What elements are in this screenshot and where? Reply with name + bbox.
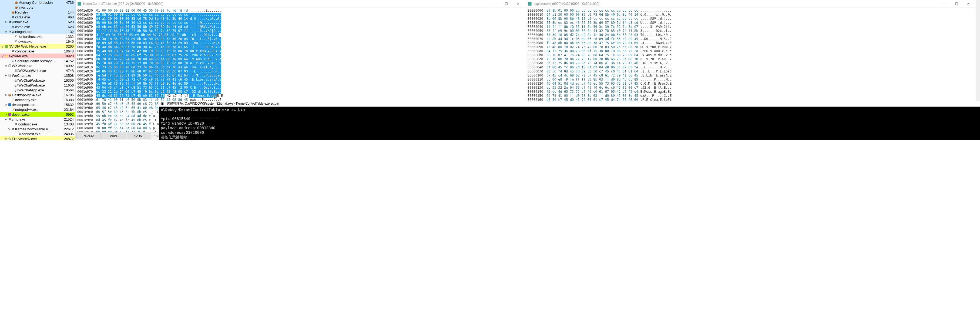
hex-line[interactable]: 0001e870 e8 eb ec 83 ec 40 53 56 8b d9 5… <box>77 25 524 29</box>
tree-row[interactable]: 💬WXWorkWeb.exe4748 <box>0 68 75 73</box>
hex-line[interactable]: 00000110 cc 00 e8 f9 fe ff ff 50 8b 03 f… <box>528 78 974 81</box>
expand-icon[interactable]: > <box>4 93 8 97</box>
hex-line[interactable]: 00000120 43 04 51 8d 4d ec c7 45 ec 55 7… <box>528 81 974 86</box>
tree-row[interactable]: v🟩NVIDIA Web Helper.exe3260 <box>0 44 75 49</box>
hex-line[interactable]: 000000b0 80 78 07 41 75 24 80 78 08 64 7… <box>528 53 974 57</box>
hex-line[interactable]: 000000c0 75 18 80 78 0a 72 75 12 80 78 0… <box>528 57 974 61</box>
tree-row[interactable]: 💬WeChatApp.exe18564 <box>0 88 75 93</box>
tree-row[interactable]: 📦Registry144 <box>0 10 75 14</box>
tree-row[interactable]: v💬WXWork.exe14992 <box>0 63 75 68</box>
hex-line[interactable]: 0001e880 ff ff ff 8b f0 33 ff 8b 56 3c 3… <box>77 29 524 33</box>
maximize-button[interactable]: ☐ <box>951 0 963 8</box>
tree-row[interactable]: >⧉wininit.exe620 <box>0 19 75 24</box>
process-tree[interactable]: 📦Memory Compression4736📦Interrupts📦Regis… <box>0 0 76 140</box>
tree-row[interactable]: ⧉conhost.exe13400 <box>0 121 75 126</box>
hex-line[interactable]: 00000090 75 48 80 78 02 74 75 42 80 78 0… <box>528 45 974 49</box>
hex-line[interactable]: 000000a0 04 72 75 36 80 78 05 6f 75 30 8… <box>528 49 974 53</box>
tree-row[interactable]: ⧉conhost.exe10648 <box>0 49 75 54</box>
hex-line[interactable]: 0001e830 01 00 00 00 00 02 00 00 45 00 0… <box>77 9 524 13</box>
expand-icon[interactable]: v <box>4 73 8 78</box>
expand-icon[interactable]: v <box>1 54 4 58</box>
hex-line[interactable]: 0001e8d0 75 48 80 78 02 74 75 42 80 78 0… <box>77 49 524 53</box>
hex-line[interactable]: 0001e8b0 ce 89 4d 30 1c 03 de c8 03 c6 8… <box>77 41 524 45</box>
tree-row[interactable]: >🟪devenv.exe5992 <box>0 112 75 117</box>
hex-line[interactable]: 00000030 55 8b ec 83 ec 40 53 56 8b d9 5… <box>528 21 974 25</box>
hex-line[interactable]: 00000000 e9 8b 01 00 00 cc cc cc cc cc c… <box>528 9 974 13</box>
tree-row[interactable]: 📦Interrupts <box>0 5 75 10</box>
hex-addr: 00000090 <box>528 45 546 49</box>
hex-line[interactable]: 00000010 64 a1 30 00 00 00 85 c0 78 0d 8… <box>528 13 974 17</box>
titlebar[interactable]: KernelControlTable.exe (22612) (0x800000… <box>76 0 526 8</box>
hex-line[interactable]: 00000080 f8 4a 8b 04 8b 03 c6 80 38 47 7… <box>528 41 974 45</box>
hex-line[interactable]: 00000050 33 ff e9 9c 00 00 00 8b 44 32 7… <box>528 29 974 33</box>
expand-icon[interactable]: v <box>8 127 11 131</box>
reread-button[interactable]: Re-read <box>76 133 100 139</box>
write-button[interactable]: Write <box>102 133 126 139</box>
expand-icon[interactable]: v <box>4 137 8 140</box>
tree-row[interactable]: 📝notepad++.exe23164 <box>0 107 75 112</box>
titlebar[interactable]: ▣ 选择管理员: C:\WINDOWS\system32\cmd.exe - K… <box>159 101 980 107</box>
hex-line[interactable]: 00000150 6f 78 41 00 ff d0 50 8b 03 ff d… <box>528 94 974 98</box>
tree-row[interactable]: ⧉conhost.exe24836 <box>0 131 75 136</box>
hex-line[interactable]: 0001e980 45 dc 4d 65 73 73 c7 45 e0 61 6… <box>77 94 524 98</box>
hex-line[interactable]: 0001e970 ec 33 32 2e 64 66 c7 45 f0 6c 6… <box>77 90 524 94</box>
tree-row[interactable]: 💬WeChatWeb.exe16300 <box>0 78 75 83</box>
hex-line[interactable]: 00000040 ff ff ff 8b f0 33 ff 8b 56 3c 3… <box>528 25 974 29</box>
hex-line[interactable]: 00000140 45 dc 4d 65 73 73 c7 45 e0 61 6… <box>528 90 974 94</box>
tree-row[interactable]: ⧉csrss.exe628 <box>0 24 75 29</box>
tree-row[interactable]: v⧉winlogon.exe1132 <box>0 29 75 34</box>
hex-line[interactable]: 0001e950 cc 00 e8 f9 fe ff ff 50 8b 03 f… <box>77 81 524 86</box>
hex-line[interactable]: 00000020 8b 00 8b 00 8b 40 10 c3 cc cc c… <box>528 17 974 21</box>
tree-row[interactable]: v💬WeChat.exe13508 <box>0 73 75 78</box>
expand-icon[interactable]: v <box>1 44 4 48</box>
expand-icon[interactable]: v <box>4 117 8 121</box>
hex-line[interactable]: 0001e8a0 54 30 18 85 d2 74 e9 8b 4c 30 2… <box>77 37 524 41</box>
tree-row[interactable]: >📦DesktopMgr64.exe16796 <box>0 93 75 97</box>
hex-line[interactable]: 0001e8f0 80 78 07 41 75 24 80 78 08 64 7… <box>77 57 524 61</box>
hex-line[interactable]: 0001e940 f4 45 c4 4c 69 62 72 c7 45 c8 6… <box>77 78 524 81</box>
close-button[interactable]: ✕ <box>512 0 524 8</box>
hex-line[interactable]: 00000100 c7 45 c4 4c 69 62 72 c7 45 c8 6… <box>528 73 974 78</box>
tree-row[interactable]: ⧉fontdrvhost.exe1332 <box>0 34 75 39</box>
hex-line[interactable]: 000000d0 0c 73 75 06 80 78 0d 73 74 0b 4… <box>528 61 974 65</box>
hex-line[interactable]: 0001e910 0c 73 75 06 80 78 0d 73 74 0b 4… <box>77 65 524 69</box>
hex-line[interactable]: 00000130 ec 33 32 2e 64 66 c7 45 f0 6c 6… <box>528 86 974 90</box>
tree-row[interactable]: 💬WeChatWeb.exe11656 <box>0 83 75 88</box>
hex-line[interactable]: 0001e890 3 ff e9 9c 00 00 00 e9 8b 44 32… <box>77 33 524 37</box>
cmd-window[interactable]: ▣ 选择管理员: C:\WINDOWS\system32\cmd.exe - K… <box>159 101 980 140</box>
expand-icon[interactable]: v <box>4 64 8 68</box>
hex-line[interactable]: 00000060 54 30 18 85 d2 74 e9 8b 4c 30 2… <box>528 33 974 37</box>
tree-row[interactable]: 📦Memory Compression4736 <box>0 0 75 5</box>
hex-line[interactable]: 0001e8c0 f8 4a 8b 04 8b 03 c6 80 38 47 7… <box>77 45 524 49</box>
hex-line[interactable]: 0001e960 43 04 45 c4 e8 c7 d8 51 73 65 7… <box>77 86 524 90</box>
hex-line[interactable]: 000000e0 0f 8b 45 fc 8b 7d f8 0f b7 04 4… <box>528 65 974 69</box>
minimize-button[interactable]: — <box>939 0 951 8</box>
maximize-button[interactable]: ☐ <box>500 0 512 8</box>
hex-line[interactable]: 0001e840 e9 8b 01 00 00 cc cc cc cc cc c… <box>77 13 524 17</box>
hex-line[interactable]: 0001e8e0 04 72 75 36 80 78 05 6f 75 30 8… <box>77 53 524 57</box>
hex-line[interactable]: 0001e900 75 18 80 78 0a 72 75 12 80 78 0… <box>77 61 524 65</box>
tree-row[interactable]: v⧉cmd.exe21524 <box>0 117 75 121</box>
expand-icon[interactable]: v <box>4 30 8 34</box>
minimize-button[interactable]: — <box>488 0 500 8</box>
expand-icon[interactable]: > <box>4 20 8 24</box>
tree-row[interactable]: ⧉csrss.exe968 <box>0 14 75 19</box>
tree-row[interactable]: 📋decacopy.exe16388 <box>0 97 75 102</box>
close-button[interactable]: ✕ <box>963 0 974 8</box>
tree-row[interactable]: ⧉dwm.exe1640 <box>0 39 75 44</box>
hex-line[interactable]: 0001e860 8b 00 8b 00 8b 40 10 c3 cc cc c… <box>77 21 524 25</box>
tree-row[interactable]: >🟦desktopcal.exe15632 <box>0 102 75 107</box>
titlebar[interactable]: explorer.exe (8920) (0x3010000 - 0x30110… <box>526 0 976 8</box>
hex-line[interactable]: 0001e850 64 a1 30 00 00 00 85 c0 78 0d 8… <box>77 17 524 21</box>
tree-row[interactable]: v⧉KernelControlTable.e…22612 <box>0 126 75 131</box>
tree-row[interactable]: v🔍FileSearchy.exe24872 <box>0 136 75 140</box>
expand-icon[interactable]: > <box>4 112 8 117</box>
hex-line[interactable]: 0001e920 e0 8b 45 fc 8b fc 8b d8 0f b7 0… <box>77 69 524 73</box>
hex-line[interactable]: 0001e930 fe 5d ff 4d 8b d1 89 3b 50 c7 4… <box>77 73 524 78</box>
hex-line[interactable]: 00000070 ce 8b 44 30 1c 03 de 03 c6 89 4… <box>528 37 974 41</box>
goto-button[interactable]: Go to... <box>127 133 151 139</box>
expand-icon[interactable]: > <box>4 103 8 107</box>
hex-line[interactable]: 000000f0 8b 5d f4 8d 45 c0 89 3b 50 c7 4… <box>528 69 974 73</box>
tree-row[interactable]: v📁explorer.exe8920 <box>0 54 75 58</box>
tree-row[interactable]: 🛡SecurityHealthSystray.e…14752 <box>0 58 75 63</box>
